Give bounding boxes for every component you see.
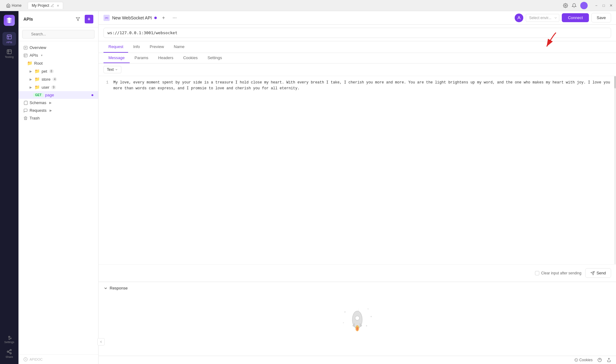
text-type-chevron bbox=[115, 68, 118, 71]
tree-item-store[interactable]: ▶ 📁 store 4 bbox=[18, 75, 98, 83]
home-tab[interactable]: Home bbox=[2, 2, 25, 9]
sidebar-item-share[interactable]: Share bbox=[2, 347, 16, 360]
websocket-icon bbox=[103, 15, 110, 21]
subtab-headers[interactable]: Headers bbox=[153, 53, 178, 63]
svg-point-0 bbox=[565, 5, 566, 6]
help-icon bbox=[598, 358, 602, 362]
app-layout: APIs Testing Settings Share APIs + bbox=[0, 11, 616, 364]
send-button[interactable]: Send bbox=[585, 268, 611, 278]
active-dot bbox=[91, 94, 93, 96]
collapse-panel-button[interactable] bbox=[97, 338, 105, 346]
svg-point-5 bbox=[10, 353, 11, 354]
search-input[interactable] bbox=[22, 30, 95, 38]
tree-item-root[interactable]: 📁 Root bbox=[18, 59, 98, 67]
folder-icon: 📁 bbox=[34, 77, 40, 82]
clear-label: Clear input after sending bbox=[541, 271, 582, 275]
close-tab-icon[interactable]: ✕ bbox=[57, 4, 59, 7]
add-button[interactable]: + bbox=[85, 15, 93, 23]
env-selector-wrapper: Select envir... bbox=[526, 14, 559, 22]
tab-request[interactable]: Request bbox=[103, 41, 128, 53]
subtab-settings[interactable]: Settings bbox=[203, 53, 227, 63]
subtab-cookies[interactable]: Cookies bbox=[178, 53, 203, 63]
cookies-label: Cookies bbox=[579, 358, 593, 362]
svg-line-6 bbox=[8, 352, 10, 353]
tree-item-requests[interactable]: Requests ▶ bbox=[18, 107, 98, 114]
svg-point-30 bbox=[575, 359, 576, 360]
sidebar-item-apis[interactable]: APIs bbox=[2, 32, 16, 46]
tree-item-apis[interactable]: APIs ▾ bbox=[18, 51, 98, 59]
close-button[interactable]: ✕ bbox=[609, 3, 614, 8]
maximize-button[interactable]: □ bbox=[601, 3, 606, 8]
tree-item-root-label: Root bbox=[34, 61, 43, 66]
svg-point-19 bbox=[368, 309, 369, 309]
tree-item-schemas[interactable]: Schemas ▶ bbox=[18, 99, 98, 107]
sidebar-item-settings[interactable]: Settings bbox=[2, 332, 16, 346]
avatar[interactable] bbox=[580, 2, 588, 9]
scrollbar[interactable] bbox=[614, 76, 616, 264]
rocket-illustration bbox=[339, 303, 376, 340]
icon-sidebar: APIs Testing Settings Share bbox=[0, 11, 18, 364]
tree-item-pet[interactable]: ▶ 📁 pet 8 bbox=[18, 67, 98, 75]
tree-item-page[interactable]: GET page bbox=[18, 91, 98, 99]
svg-rect-12 bbox=[24, 54, 27, 57]
tree-item-overview-label: Overview bbox=[30, 45, 46, 50]
notification-icon[interactable] bbox=[572, 3, 577, 8]
url-bar bbox=[99, 25, 616, 41]
api-name: New WebSocket API bbox=[112, 15, 152, 20]
share-item[interactable] bbox=[607, 358, 611, 362]
connect-button[interactable]: Connect bbox=[562, 13, 589, 22]
left-panel-title: APIs bbox=[23, 17, 33, 22]
svg-point-18 bbox=[344, 311, 346, 313]
editor-area[interactable]: 1 My love, every moment spent by your si… bbox=[99, 76, 616, 264]
tree-item-user-label: user bbox=[42, 85, 49, 90]
subtab-params[interactable]: Params bbox=[130, 53, 153, 63]
sidebar-item-testing[interactable]: Testing bbox=[2, 47, 16, 60]
window-controls: − □ ✕ bbox=[594, 3, 614, 8]
settings-icon[interactable] bbox=[563, 3, 568, 8]
clear-checkbox[interactable] bbox=[535, 271, 539, 275]
clear-label-wrapper: Clear input after sending bbox=[535, 271, 582, 275]
tree-item-overview[interactable]: Overview bbox=[18, 44, 98, 51]
help-item[interactable] bbox=[598, 358, 602, 362]
send-icon bbox=[590, 271, 595, 275]
project-tab[interactable]: My Project ✕ bbox=[28, 2, 63, 9]
footer-brand: APIDOC bbox=[30, 358, 43, 361]
tab-preview[interactable]: Preview bbox=[145, 41, 169, 53]
title-bar: Home My Project ✕ − □ ✕ bbox=[0, 0, 616, 11]
tree-item-user[interactable]: ▶ 📁 user 9 bbox=[18, 83, 98, 91]
tree-item-trash[interactable]: Trash bbox=[18, 114, 98, 122]
add-tab-button[interactable]: + bbox=[159, 14, 168, 22]
filter-button[interactable] bbox=[74, 15, 82, 23]
save-button[interactable]: Save bbox=[591, 13, 611, 22]
more-options-button[interactable]: ··· bbox=[170, 14, 179, 22]
home-tab-label: Home bbox=[12, 3, 22, 8]
project-tab-label: My Project bbox=[32, 3, 49, 8]
response-section: Response bbox=[99, 281, 616, 356]
subtab-message[interactable]: Message bbox=[103, 53, 130, 63]
text-type-select[interactable]: Text bbox=[103, 66, 121, 73]
tab-name[interactable]: Name bbox=[169, 41, 189, 53]
response-header[interactable]: Response bbox=[103, 286, 611, 290]
toolbar-right: Select envir... Connect Save bbox=[515, 13, 611, 22]
svg-point-31 bbox=[577, 360, 577, 360]
response-body bbox=[103, 290, 611, 352]
tree-item-apis-label: APIs bbox=[30, 53, 38, 58]
editor-scroll-area: 1 My love, every moment spent by your si… bbox=[99, 76, 616, 264]
cookies-item[interactable]: Cookies bbox=[574, 358, 593, 362]
message-area: Text 1 My love, every moment spent by yo… bbox=[99, 63, 616, 281]
tree-item-trash-label: Trash bbox=[30, 116, 40, 120]
minimize-button[interactable]: − bbox=[594, 3, 599, 8]
text-type-label: Text bbox=[107, 67, 114, 72]
tab-info[interactable]: Info bbox=[128, 41, 145, 53]
svg-point-14 bbox=[518, 16, 520, 18]
svg-point-21 bbox=[343, 322, 344, 323]
editor-content[interactable]: My love, every moment spent by your side… bbox=[113, 80, 611, 91]
svg-line-7 bbox=[8, 350, 10, 351]
env-select[interactable]: Select envir... bbox=[526, 14, 559, 22]
main-area: New WebSocket API + ··· Select envir... … bbox=[99, 11, 616, 364]
store-chevron-icon: ▶ bbox=[30, 78, 33, 81]
folder-icon: 📁 bbox=[27, 61, 32, 66]
tab-bar: Request Info Preview Name bbox=[99, 41, 616, 53]
url-input[interactable] bbox=[103, 28, 611, 38]
left-panel: APIs + Overview APIs bbox=[18, 11, 99, 364]
